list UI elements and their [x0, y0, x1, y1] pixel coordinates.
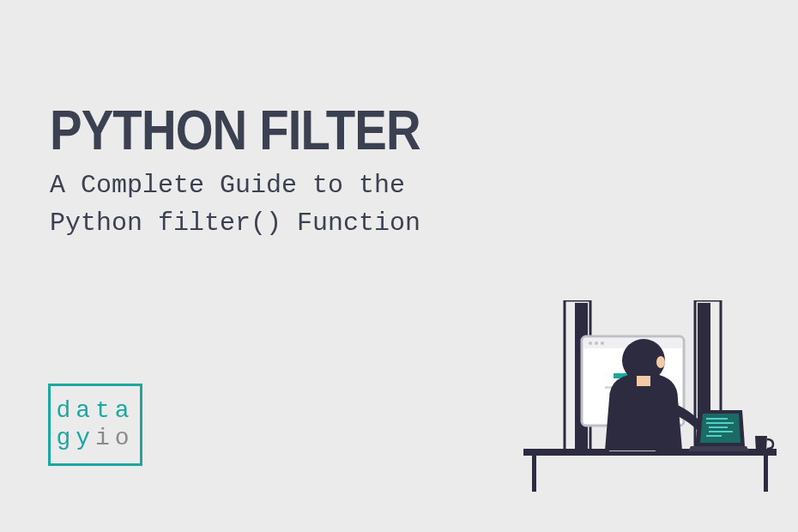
laptop-code-5	[706, 435, 722, 437]
logo-text-io: io	[95, 425, 135, 451]
person-ear	[656, 356, 665, 368]
desk-leg-right	[764, 456, 768, 492]
subtitle-line-2: Python filter() Function	[50, 209, 420, 238]
window-dot-3	[601, 342, 604, 345]
window-dot-1	[589, 342, 592, 345]
laptop-base	[688, 446, 749, 451]
mug-body	[755, 436, 767, 451]
page-title: PYTHON FILTER	[50, 99, 420, 162]
laptop-code-2	[706, 422, 734, 424]
logo-line-1: data	[56, 397, 134, 425]
logo-text-data: data	[56, 397, 134, 424]
person-neck	[637, 376, 650, 386]
subtitle-line-1: A Complete Guide to the	[50, 171, 405, 200]
page-subtitle: A Complete Guide to the Python filter() …	[50, 167, 420, 242]
datagy-logo: data gyio	[48, 384, 142, 466]
laptop-code-3	[709, 426, 728, 428]
laptop-code-1	[706, 418, 728, 420]
developer-illustration	[523, 300, 777, 493]
logo-line-2: gyio	[56, 425, 134, 452]
logo-text-gy: gy	[56, 425, 95, 451]
desk-leg-left	[532, 456, 536, 492]
mug-handle	[767, 439, 773, 449]
laptop-code-4	[709, 431, 733, 432]
window-dot-2	[595, 342, 598, 345]
